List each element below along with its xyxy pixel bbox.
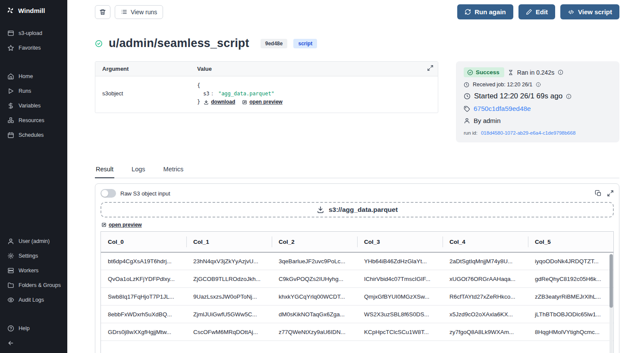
gear-icon [7, 252, 14, 259]
table-cell: gdReQhyC8192c05H6k... [528, 270, 613, 288]
table-cell: dM0sKikNOTaqGx6Zga... [272, 306, 357, 323]
sidebar-item-workers[interactable]: Workers [0, 263, 67, 278]
eye-icon [7, 296, 14, 303]
title-row: u/admin/seamless_script 9ed48e script [95, 37, 619, 50]
view-script-button[interactable]: View script [560, 4, 619, 19]
tab-metrics[interactable]: Metrics [163, 166, 185, 178]
page-title: u/admin/seamless_script [109, 37, 249, 50]
app: Windmill s3-upload Favorites Home Runs V… [0, 0, 644, 353]
hourglass-icon [508, 69, 514, 76]
table-cell: zZB3eatyrRiBMEJrXlhL... [528, 288, 613, 306]
received-text: Received job: 12:20 26/1 [473, 82, 532, 88]
table-row: GDrs0j8wXXgfHgjjMtw...CscOFwM6MRqDOttAj.… [101, 323, 613, 341]
pencil-icon [526, 9, 532, 15]
sidebar-item-audit-logs[interactable]: Audit Logs [0, 293, 67, 307]
open-preview-link[interactable]: open preview [101, 222, 142, 228]
sidebar-item-label: Workers [19, 268, 38, 274]
sidebar-item-favorites[interactable]: Favorites [0, 41, 67, 55]
table-cell: YHb64iB46ZdHzGlaYt... [357, 252, 443, 270]
boxes-icon [7, 117, 14, 124]
server-icon [7, 267, 14, 274]
info-icon[interactable] [566, 94, 572, 99]
view-runs-button[interactable]: View runs [115, 5, 163, 19]
arguments-card: Argument Value s3object { s3: "agg_data.… [95, 61, 438, 113]
argument-value: { s3: "agg_data.parquet" } download [197, 82, 283, 107]
vertical-scrollbar[interactable] [609, 254, 613, 353]
sidebar-item-settings[interactable]: Settings [0, 249, 67, 263]
download-link[interactable]: download [204, 98, 235, 106]
sidebar-item-variables[interactable]: Variables [0, 98, 67, 113]
sidebar-item-label: User (admin) [19, 238, 50, 244]
sidebar-item-resources[interactable]: Resources [0, 113, 67, 128]
folder-icon [7, 282, 14, 289]
argument-column-header: Argument [102, 66, 197, 72]
sidebar-item-runs[interactable]: Runs [0, 84, 67, 98]
toolbar: View runs Run again Edit View script [95, 4, 619, 19]
sidebar-item-user[interactable]: User (admin) [0, 234, 67, 249]
json-brace-open: { [197, 82, 283, 90]
tab-result[interactable]: Result [95, 166, 114, 178]
open-preview-link[interactable]: open preview [242, 98, 283, 106]
by-text: By admin [474, 117, 501, 124]
info-icon[interactable] [536, 82, 541, 87]
clock-icon [464, 93, 471, 100]
scrollbar-thumb[interactable] [609, 254, 613, 308]
argument-row: s3object { s3: "agg_data.parquet" } down… [95, 76, 438, 113]
sidebar-item-home[interactable]: Home [0, 69, 67, 84]
table-cell: 9UazLsxzsJW0oPToNj... [186, 288, 272, 306]
brand-label: Windmill [18, 7, 45, 14]
run-again-button[interactable]: Run again [457, 4, 513, 19]
result-table-header-row: Col_0Col_1Col_2Col_3Col_4Col_5 [101, 232, 613, 252]
s3-file-download-box[interactable]: s3://agg_data.parquet [101, 202, 614, 217]
mid-row: Argument Value s3object { s3: "agg_data.… [95, 61, 619, 142]
download-icon [317, 206, 324, 214]
sidebar-item-schedules[interactable]: Schedules [0, 128, 67, 142]
calendar-icon [7, 132, 14, 139]
sidebar-item-label: Settings [19, 253, 38, 259]
duration-text: Ran in 0.242s [517, 69, 554, 76]
run-id-link[interactable]: 018d4580-1072-ab29-e6a4-c1de9798b668 [481, 130, 575, 136]
sidebar-collapse-button[interactable] [0, 336, 67, 350]
table-cell: 2aDtSgtIqMnjjM74y8U... [443, 252, 528, 270]
tab-logs[interactable]: Logs [131, 166, 146, 178]
user-icon [464, 117, 470, 124]
user-icon [7, 238, 14, 245]
table-cell: WS2X3uzSBL8f6S0DS... [357, 306, 443, 323]
edit-label: Edit [536, 8, 548, 16]
hash-badge: 9ed48e [261, 39, 288, 48]
json-colon: : [209, 91, 215, 97]
sidebar-item-folders-groups[interactable]: Folders & Groups [0, 278, 67, 293]
arguments-header: Argument Value [95, 62, 438, 76]
raw-s3-toggle[interactable] [101, 189, 116, 198]
window-icon [7, 30, 14, 37]
help-circle-icon [7, 325, 14, 332]
worker-link[interactable]: 6750c1dfa59ed48e [474, 105, 531, 113]
brand: Windmill [0, 0, 67, 20]
delete-button[interactable] [95, 5, 110, 19]
table-cell: QvOa1oLzKFjYDFPdlxy... [101, 270, 186, 288]
sidebar-item-help[interactable]: Help [0, 321, 67, 336]
column-header: Col_4 [443, 232, 528, 252]
external-link-icon [101, 222, 107, 227]
expand-result-icon[interactable] [607, 190, 614, 197]
list-icon [121, 9, 127, 15]
clock-icon [464, 82, 469, 88]
column-header: Col_3 [357, 232, 443, 252]
table-cell: CscOFwM6MRqDOttAj... [186, 323, 272, 341]
copy-icon[interactable] [595, 190, 602, 197]
result-table-container: Col_0Col_1Col_2Col_3Col_4Col_5 bt6dp4CgX… [101, 231, 614, 353]
table-cell: ZjmlJUiGwfU5GWw5C... [186, 306, 272, 323]
edit-button[interactable]: Edit [518, 4, 555, 19]
s3-file-link: s3://agg_data.parquet [329, 206, 398, 214]
sidebar-item-s3-upload[interactable]: s3-upload [0, 26, 67, 41]
table-row: 8ebbFxWDxrh5uXdBQ...ZjmlJUiGwfU5GWw5C...… [101, 306, 613, 323]
expand-args-icon[interactable] [427, 65, 434, 71]
json-brace-close: } [197, 99, 200, 105]
table-cell: 3qeBarlueJF2uvc9PoLc... [272, 252, 357, 270]
table-cell: z77QWeNtXzy9aU6IDN... [272, 323, 357, 341]
info-icon[interactable] [558, 69, 563, 75]
sidebar-item-label: Favorites [19, 45, 41, 51]
table-cell: bt6dp4CgXsA19T6hdrj... [101, 252, 186, 270]
table-row: bt6dp4CgXsA19T6hdrj...23hN4qxV3jZkYyAzjv… [101, 252, 613, 270]
success-badge: Success [464, 67, 504, 77]
